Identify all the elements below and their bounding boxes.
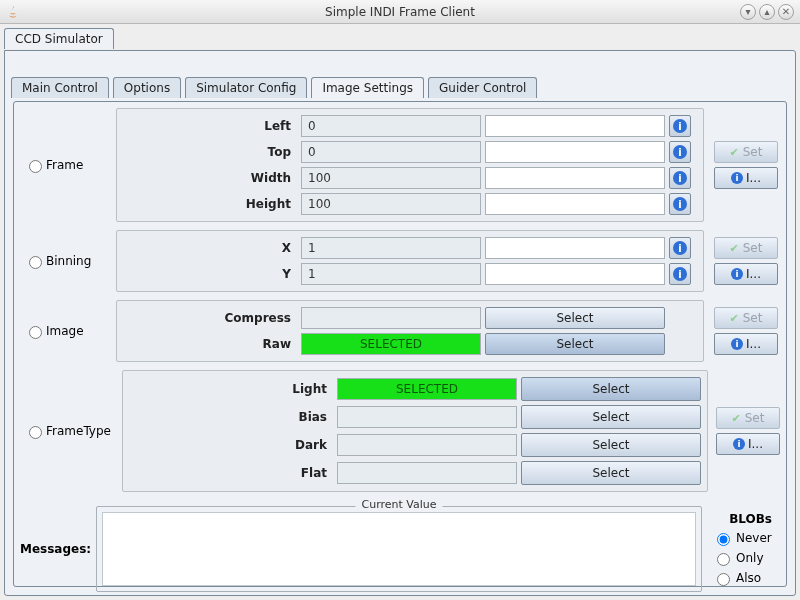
input-top[interactable] <box>485 141 665 163</box>
value-height: 100 <box>301 193 481 215</box>
inner-tabbar: Main Control Options Simulator Config Im… <box>11 77 789 98</box>
state-compress <box>301 307 481 329</box>
messages-textarea[interactable] <box>102 512 696 586</box>
input-width[interactable] <box>485 167 665 189</box>
radio-frame[interactable] <box>29 160 42 173</box>
frametype-group: LightSELECTEDSelect BiasSelect DarkSelec… <box>122 370 708 492</box>
select-raw[interactable]: Select <box>485 333 665 355</box>
label-x: X <box>123 241 297 255</box>
label-raw: Raw <box>123 337 297 351</box>
radio-image[interactable] <box>29 326 42 339</box>
label-left: Left <box>123 119 297 133</box>
label-compress: Compress <box>123 311 297 325</box>
binning-group: X1i Y1i <box>116 230 704 292</box>
tab-options[interactable]: Options <box>113 77 181 98</box>
current-value-title: Current Value <box>355 498 442 511</box>
set-frametype-button[interactable]: ✔Set <box>716 407 780 429</box>
tab-main-control[interactable]: Main Control <box>11 77 109 98</box>
radio-binning[interactable] <box>29 256 42 269</box>
tab-simulator-config[interactable]: Simulator Config <box>185 77 307 98</box>
radio-frametype[interactable] <box>29 426 42 439</box>
tab-ccd-simulator[interactable]: CCD Simulator <box>4 28 114 49</box>
group-label-frame: Frame <box>46 158 83 172</box>
group-label-image: Image <box>46 324 84 338</box>
info-frametype-button[interactable]: iI... <box>716 433 780 455</box>
label-light: Light <box>129 382 333 396</box>
group-label-frametype: FrameType <box>46 424 111 438</box>
label-height: Height <box>123 197 297 211</box>
label-bias: Bias <box>129 410 333 424</box>
input-height[interactable] <box>485 193 665 215</box>
set-binning-button[interactable]: ✔Set <box>714 237 778 259</box>
info-binning-button[interactable]: iI... <box>714 263 778 285</box>
label-y: Y <box>123 267 297 281</box>
set-frame-button[interactable]: ✔Set <box>714 141 778 163</box>
blobs-panel: BLOBs Never Only Also <box>708 506 780 592</box>
blob-only[interactable]: Only <box>710 550 778 566</box>
messages-label: Messages: <box>20 506 90 592</box>
select-dark[interactable]: Select <box>521 433 701 457</box>
info-left[interactable]: i <box>669 115 691 137</box>
value-top: 0 <box>301 141 481 163</box>
window-title: Simple INDI Frame Client <box>0 5 800 19</box>
input-left[interactable] <box>485 115 665 137</box>
label-flat: Flat <box>129 466 333 480</box>
info-x[interactable]: i <box>669 237 691 259</box>
state-flat <box>337 462 517 484</box>
tab-guider-control[interactable]: Guider Control <box>428 77 537 98</box>
label-dark: Dark <box>129 438 333 452</box>
value-width: 100 <box>301 167 481 189</box>
input-x[interactable] <box>485 237 665 259</box>
select-light[interactable]: Select <box>521 377 701 401</box>
state-bias <box>337 406 517 428</box>
outer-tabbar: CCD Simulator <box>4 28 796 49</box>
select-compress[interactable]: Select <box>485 307 665 329</box>
value-x: 1 <box>301 237 481 259</box>
image-settings-panel: Frame Left0i Top0i Width100i Height100i … <box>13 101 787 587</box>
blob-also[interactable]: Also <box>710 570 778 586</box>
info-width[interactable]: i <box>669 167 691 189</box>
value-left: 0 <box>301 115 481 137</box>
info-height[interactable]: i <box>669 193 691 215</box>
group-label-binning: Binning <box>46 254 91 268</box>
image-group: CompressSelect RawSELECTEDSelect <box>116 300 704 362</box>
tab-image-settings[interactable]: Image Settings <box>311 77 424 98</box>
set-image-button[interactable]: ✔Set <box>714 307 778 329</box>
info-top[interactable]: i <box>669 141 691 163</box>
state-raw: SELECTED <box>301 333 481 355</box>
select-flat[interactable]: Select <box>521 461 701 485</box>
label-top: Top <box>123 145 297 159</box>
value-y: 1 <box>301 263 481 285</box>
frame-group: Left0i Top0i Width100i Height100i <box>116 108 704 222</box>
state-dark <box>337 434 517 456</box>
label-width: Width <box>123 171 297 185</box>
info-y[interactable]: i <box>669 263 691 285</box>
window-titlebar: Simple INDI Frame Client ▾ ▴ ✕ <box>0 0 800 24</box>
current-value-frame: Current Value <box>96 506 702 592</box>
blobs-title: BLOBs <box>710 512 778 526</box>
blob-never[interactable]: Never <box>710 530 778 546</box>
info-image-button[interactable]: iI... <box>714 333 778 355</box>
select-bias[interactable]: Select <box>521 405 701 429</box>
info-frame-button[interactable]: iI... <box>714 167 778 189</box>
input-y[interactable] <box>485 263 665 285</box>
state-light: SELECTED <box>337 378 517 400</box>
